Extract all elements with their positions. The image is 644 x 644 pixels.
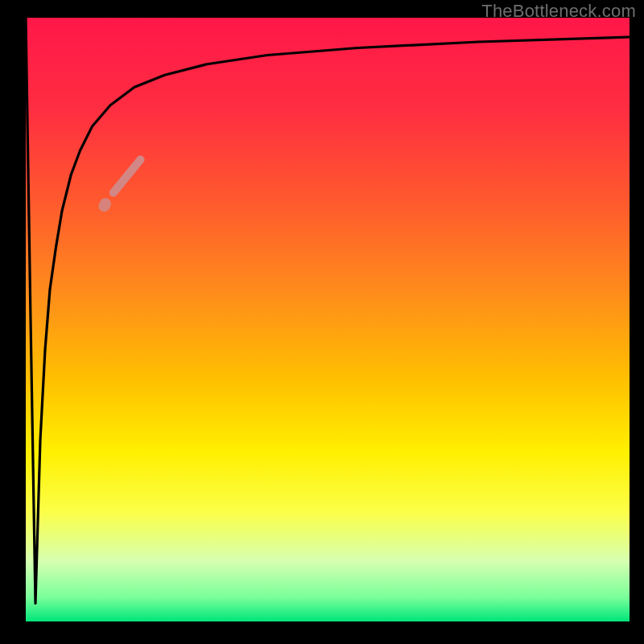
- bottleneck-curve: [26, 18, 630, 604]
- chart-container: TheBottleneck.com: [0, 0, 644, 644]
- curve-layer: [26, 18, 630, 621]
- highlight-dot: [105, 204, 106, 206]
- plot-area: [26, 18, 630, 621]
- highlight-segment: [114, 159, 141, 192]
- watermark-text: TheBottleneck.com: [481, 1, 636, 22]
